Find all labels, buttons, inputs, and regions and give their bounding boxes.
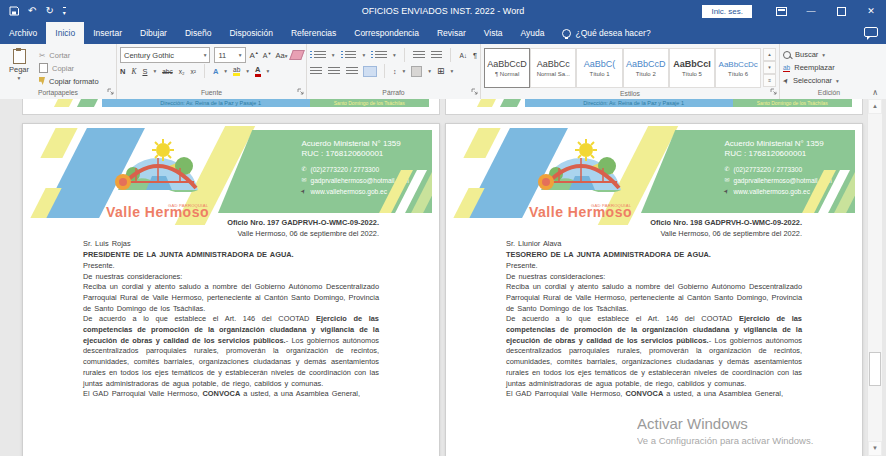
select-button[interactable]: ➤ Seleccionar ▾ — [783, 74, 875, 87]
style-titulo-1[interactable]: AaBbC( Título 1 — [576, 48, 622, 88]
group-label-font: Fuente — [120, 87, 303, 99]
page-oficio-198[interactable]: Valle Hermoso GAD PARROQUIAL Acuerdo Min… — [445, 123, 863, 456]
style-normal[interactable]: AaBbCcD ¶ Normal — [484, 48, 530, 88]
scrollbar-thumb[interactable] — [869, 352, 881, 386]
style-titulo-5[interactable]: AaBbCcI Título 5 — [669, 48, 715, 88]
align-center-icon[interactable] — [328, 67, 340, 76]
recipient-title: PRESIDENTE DE LA JUNTA ADMINISTRADORA DE… — [83, 250, 294, 259]
tab-vista[interactable]: Vista — [475, 22, 512, 44]
style-name: Título 1 — [590, 71, 610, 77]
p2-pre: De acuerdo a lo que establece el Art. 14… — [83, 314, 316, 323]
tab-inicio[interactable]: Inicio — [46, 22, 84, 44]
tab-ayuda[interactable]: Ayuda — [512, 22, 554, 44]
scroll-down-icon[interactable]: ▼ — [868, 441, 882, 456]
clipboard-dialog-launcher[interactable] — [107, 88, 114, 97]
tell-me-box[interactable]: ¿Qué desea hacer? — [554, 22, 659, 44]
text-effects-button[interactable]: A — [213, 67, 218, 76]
vertical-scrollbar[interactable]: ▲ ▼ — [867, 99, 882, 456]
letterhead-green-panel: Acuerdo Ministerial N° 1359 RUC : 176812… — [641, 130, 855, 213]
tab-referencias[interactable]: Referencias — [282, 22, 345, 44]
replace-button[interactable]: ab Reemplazar — [783, 61, 875, 74]
lightbulb-icon — [562, 29, 571, 38]
letter-body[interactable]: Oficio Nro. 198 GADPRVH-O-WMC-09-2022. V… — [446, 218, 862, 400]
highlight-color-button[interactable]: ab — [233, 66, 240, 76]
paste-button[interactable]: Pegar ▾ — [3, 47, 35, 87]
superscript-button[interactable]: x² — [190, 68, 195, 75]
strikethrough-button[interactable]: abc — [162, 68, 172, 75]
font-family-select[interactable]: Century Gothic▾ — [120, 47, 210, 63]
align-right-icon[interactable] — [346, 67, 358, 76]
letterhead-yellow-stripe — [463, 128, 500, 158]
change-case-button[interactable]: Aa▾ — [275, 51, 287, 60]
group-label-clipboard: Portapapeles — [3, 87, 113, 99]
save-icon[interactable] — [9, 6, 19, 16]
shading-icon[interactable] — [411, 66, 422, 77]
ribbon: Pegar ▾ ✂ Cortar Copiar Copiar formato P… — [0, 44, 886, 100]
styles-scroll-up-icon[interactable]: ▴ — [763, 48, 776, 61]
select-label: Seleccionar — [793, 76, 832, 85]
subscript-button[interactable]: x₂ — [179, 68, 185, 75]
underline-button[interactable]: S — [142, 67, 147, 76]
borders-icon[interactable]: ⊞ — [437, 66, 445, 76]
font-size-select[interactable]: 11▾ — [214, 47, 245, 63]
italic-button[interactable]: K — [131, 67, 136, 76]
redo-icon[interactable]: ↻ — [45, 6, 53, 16]
replace-label: Reemplazar — [794, 63, 834, 72]
line-spacing-icon[interactable]: ↕ — [393, 68, 397, 75]
minimize-button[interactable]: — — [796, 0, 826, 22]
chevron-down-icon: ▾ — [362, 52, 365, 58]
tab-archivo[interactable]: Archivo — [0, 22, 46, 44]
sort-icon[interactable]: A↓ — [459, 52, 467, 59]
bold-button[interactable]: N — [120, 67, 125, 76]
grow-font-button[interactable]: A▲ — [250, 50, 259, 60]
decrease-indent-icon[interactable] — [413, 51, 425, 60]
tab-disposicion[interactable]: Disposición — [220, 22, 281, 44]
style-normal-sa[interactable]: AaBbCc Normal Sa... — [530, 48, 576, 88]
tab-revisar[interactable]: Revisar — [428, 22, 475, 44]
page-oficio-197[interactable]: Valle Hermoso GAD PARROQUIAL Acuerdo Min… — [22, 123, 440, 456]
copy-button[interactable]: Copiar — [39, 62, 99, 74]
oficio-number: Oficio Nro. 198 GADPRVH-O-WMC-09-2022. — [650, 218, 802, 227]
footer-right-bar: Santo Domingo de los Tsáchilas — [733, 99, 852, 107]
show-paragraph-marks-icon[interactable]: ¶ — [473, 51, 477, 60]
gad-logo: Valle Hermoso GAD PARROQUIAL — [106, 130, 226, 218]
tab-diseno[interactable]: Diseño — [176, 22, 220, 44]
collapse-ribbon-icon[interactable]: ∧ — [872, 88, 878, 97]
multilevel-list-icon[interactable] — [371, 51, 387, 60]
tab-dibujar[interactable]: Dibujar — [131, 22, 176, 44]
tab-insertar[interactable]: Insertar — [84, 22, 131, 44]
customize-qat-icon[interactable]: ▾ — [63, 7, 66, 16]
ribbon-display-options-button[interactable] — [766, 0, 796, 22]
paragraph-dialog-launcher[interactable] — [471, 88, 478, 97]
numbered-list-icon[interactable] — [341, 51, 357, 60]
restore-button[interactable] — [826, 0, 856, 22]
undo-icon[interactable]: ↶ — [28, 6, 36, 16]
shrink-font-button[interactable]: A▼ — [263, 51, 272, 59]
styles-scroll-down-icon[interactable]: ▾ — [763, 61, 776, 74]
footer-green-stripe — [500, 99, 521, 107]
tab-correspondencia[interactable]: Correspondencia — [345, 22, 428, 44]
styles-dialog-launcher[interactable] — [770, 88, 777, 97]
chevron-down-icon: ▾ — [428, 68, 431, 74]
cut-button[interactable]: ✂ Cortar — [39, 49, 99, 61]
comments-icon[interactable] — [864, 27, 878, 37]
bullet-list-icon[interactable] — [310, 51, 326, 60]
paste-dropdown-icon: ▾ — [18, 75, 21, 81]
styles-more-icon[interactable]: ≡ — [763, 74, 776, 87]
clear-formatting-icon[interactable] — [290, 50, 305, 60]
underline-label: S — [142, 67, 147, 76]
scroll-up-icon[interactable]: ▲ — [868, 99, 882, 114]
align-left-icon[interactable] — [310, 67, 322, 76]
increase-indent-icon[interactable] — [431, 51, 443, 60]
font-color-button[interactable]: A — [255, 65, 260, 77]
justify-icon[interactable] — [364, 67, 376, 76]
style-titulo-2[interactable]: AaBbCcD Título 2 — [623, 48, 669, 88]
format-painter-button[interactable]: Copiar formato — [39, 75, 99, 87]
find-button[interactable]: Buscar ▾ — [783, 48, 875, 61]
close-button[interactable]: ✕ — [856, 0, 886, 22]
letter-body[interactable]: Oficio Nro. 197 GADPRVH-O-WMC-09-2022. V… — [23, 218, 439, 400]
sign-in-button[interactable]: Inic. ses. — [702, 5, 752, 18]
font-dialog-launcher[interactable] — [297, 88, 304, 97]
website-text: www.vallehermoso.gob.ec — [733, 186, 810, 197]
style-titulo-6[interactable]: AaBbCcDc Título 6 — [715, 48, 761, 88]
